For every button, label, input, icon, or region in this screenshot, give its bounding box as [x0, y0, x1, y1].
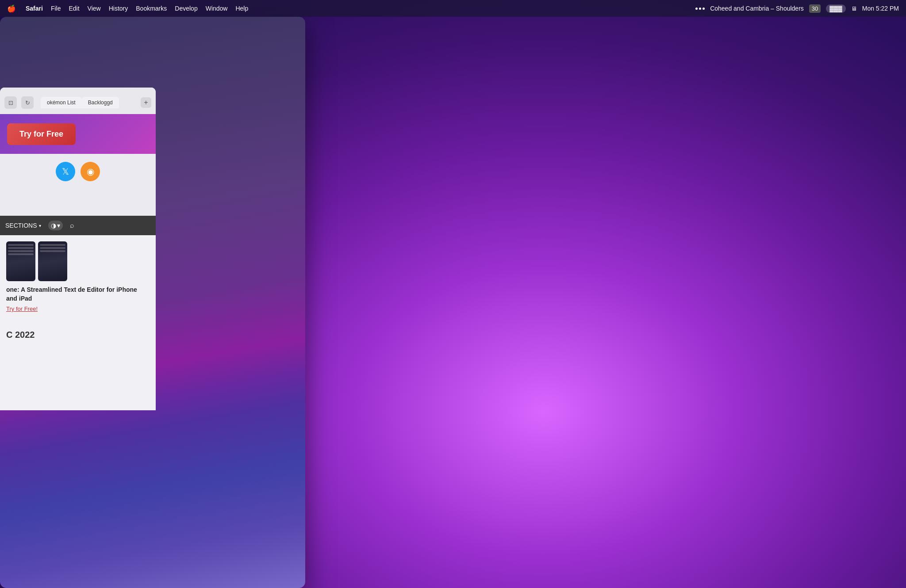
img-line	[8, 247, 34, 249]
rss-icon[interactable]: ◉	[81, 162, 100, 181]
article-title: one: A Streamlined Text de Editor for iP…	[6, 286, 150, 303]
img-line	[40, 247, 65, 249]
menubar-window[interactable]: Window	[206, 5, 228, 12]
sections-nav: SECTIONS ▾ ◑ ▾ ⌕	[0, 216, 156, 235]
control-center-dots[interactable]	[695, 8, 705, 10]
plus-icon: +	[144, 99, 148, 107]
banner-section: Try for Free	[0, 114, 156, 154]
article-image-inner-1	[6, 241, 35, 281]
browser-window: ⊡ ↻ okémon List Backloggd +	[0, 17, 305, 588]
article-image-inner-2	[38, 241, 67, 281]
apple-menu[interactable]: 🍎	[7, 4, 16, 13]
sections-label: SECTIONS	[5, 222, 37, 229]
twitter-bird-icon: 𝕏	[62, 166, 69, 177]
tab-backloggd[interactable]: Backloggd	[82, 97, 119, 108]
copyright-section: C 2022	[0, 325, 156, 344]
menubar-view[interactable]: View	[88, 5, 101, 12]
img-line	[40, 244, 65, 246]
img-line	[40, 250, 65, 252]
menubar-app-name[interactable]: Safari	[26, 5, 43, 12]
img-line	[8, 244, 34, 246]
webpage-content: Try for Free 𝕏 ◉ SECTIONS ▾	[0, 114, 156, 410]
img-line	[8, 250, 34, 252]
menubar: 🍎 Safari File Edit View History Bookmark…	[0, 0, 906, 17]
reader-icon: ⊡	[8, 99, 13, 106]
article-try-link[interactable]: Try for Free!	[6, 305, 150, 312]
try-for-free-button[interactable]: Try for Free	[7, 123, 76, 145]
display-icon[interactable]: 🖥	[851, 5, 857, 12]
half-circle-icon: ◑	[51, 222, 56, 229]
tab-label: okémon List	[47, 99, 76, 106]
menubar-file[interactable]: File	[51, 5, 61, 12]
sections-chevron-icon: ▾	[39, 223, 41, 228]
dot3	[703, 8, 705, 10]
tab-bar: ⊡ ↻ okémon List Backloggd +	[0, 88, 156, 114]
img-line	[8, 253, 34, 255]
search-icon: ⌕	[70, 221, 74, 229]
menubar-bookmarks[interactable]: Bookmarks	[136, 5, 167, 12]
tab-controls: ⊡ ↻	[4, 96, 34, 109]
social-section: 𝕏 ◉	[0, 154, 156, 189]
menubar-develop[interactable]: Develop	[175, 5, 197, 12]
theme-toggle-button[interactable]: ◑ ▾	[48, 221, 63, 230]
menubar-help[interactable]: Help	[235, 5, 248, 12]
theme-chevron-icon: ▾	[57, 222, 60, 229]
tabs-row: okémon List Backloggd	[41, 97, 137, 108]
sections-button[interactable]: SECTIONS ▾	[5, 222, 41, 229]
reload-icon: ↻	[25, 99, 30, 106]
dot2	[699, 8, 701, 10]
twitter-icon[interactable]: 𝕏	[56, 162, 75, 181]
menubar-history[interactable]: History	[109, 5, 128, 12]
reload-button[interactable]: ↻	[21, 96, 34, 109]
menubar-left: 🍎 Safari File Edit View History Bookmark…	[7, 4, 248, 13]
browser-ui-panel: ⊡ ↻ okémon List Backloggd +	[0, 88, 156, 410]
article-image-2	[38, 241, 67, 281]
article-image-1	[6, 241, 35, 281]
clock: Mon 5:22 PM	[862, 5, 899, 12]
article-images	[6, 241, 150, 281]
dot1	[695, 8, 698, 10]
reader-view-button[interactable]: ⊡	[4, 96, 17, 109]
rss-feed-icon: ◉	[87, 166, 94, 177]
article-section: one: A Streamlined Text de Editor for iP…	[0, 235, 156, 325]
now-playing[interactable]: Coheed and Cambria – Shoulders	[710, 5, 804, 12]
timer-badge: 30	[809, 4, 821, 13]
search-button[interactable]: ⌕	[70, 221, 74, 229]
menubar-right: Coheed and Cambria – Shoulders 30 ▓▓▓ 🖥 …	[695, 4, 899, 13]
new-tab-button[interactable]: +	[141, 97, 151, 108]
tab-pokemon-list[interactable]: okémon List	[41, 97, 82, 108]
menubar-edit[interactable]: Edit	[69, 5, 79, 12]
spacer-section	[0, 189, 156, 216]
battery-indicator: ▓▓▓	[826, 4, 845, 13]
copyright-text: C 2022	[6, 330, 150, 340]
tab-label: Backloggd	[88, 99, 113, 106]
